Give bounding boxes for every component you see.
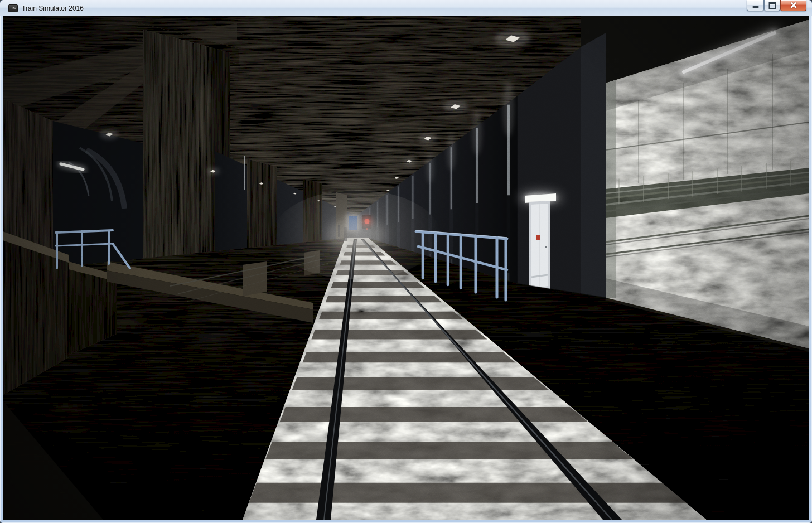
app-icon: TS	[8, 4, 18, 12]
tunnel-scene	[3, 16, 809, 520]
minimize-icon	[752, 6, 758, 8]
window-controls	[747, 0, 806, 11]
maximize-button[interactable]	[764, 0, 780, 11]
app-window: TS Train Simulator 2016	[0, 0, 812, 523]
window-title: Train Simulator 2016	[22, 4, 84, 12]
game-viewport[interactable]	[3, 16, 809, 520]
film-grain	[3, 16, 809, 520]
titlebar[interactable]: TS Train Simulator 2016	[0, 0, 812, 16]
close-icon	[789, 1, 798, 9]
maximize-icon	[768, 2, 776, 9]
minimize-button[interactable]	[747, 0, 764, 11]
close-button[interactable]	[780, 0, 806, 11]
